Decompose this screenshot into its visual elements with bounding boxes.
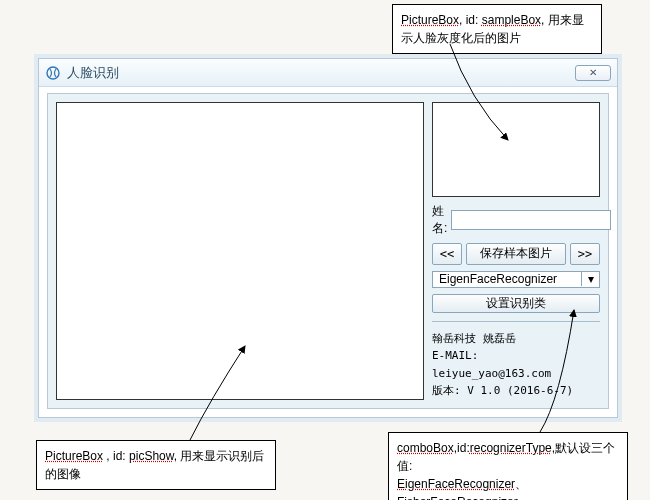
chevron-down-icon: ▾: [581, 272, 599, 286]
app-icon: [45, 65, 61, 81]
callout-picshow: PictureBox , id: picShow, 用来显示识别后的图像: [36, 440, 276, 490]
name-row: 姓名:: [432, 203, 600, 237]
name-input[interactable]: [451, 210, 611, 230]
picshow-picturebox: [56, 102, 424, 400]
callout-combobox: comboBox,id:recognizerType,默认设三个值: Eigen…: [388, 432, 628, 500]
info-email: E-MAIL: leiyue_yao@163.com: [432, 347, 600, 382]
callout-text: PictureBox: [401, 13, 459, 27]
close-button[interactable]: ✕: [575, 65, 611, 81]
set-recognizer-button[interactable]: 设置识别类: [432, 294, 600, 313]
callout-samplebox: PictureBox, id: sampleBox, 用来显示人脸灰度化后的图片: [392, 4, 602, 54]
sample-buttons-row: << 保存样本图片 >>: [432, 243, 600, 265]
close-icon: ✕: [589, 67, 597, 78]
next-sample-button[interactable]: >>: [570, 243, 600, 265]
name-label: 姓名:: [432, 203, 447, 237]
right-panel: 姓名: << 保存样本图片 >> EigenFaceRecognizer ▾ 设…: [432, 102, 600, 400]
app-window: 人脸识别 ✕ 姓名: << 保存样本图片 >> EigenFaceRecogni…: [38, 58, 618, 418]
divider: [432, 321, 600, 322]
info-company: 翰岳科技 姚磊岳: [432, 330, 600, 348]
save-sample-button[interactable]: 保存样本图片: [466, 243, 566, 265]
client-area: 姓名: << 保存样本图片 >> EigenFaceRecognizer ▾ 设…: [47, 93, 609, 409]
titlebar: 人脸识别 ✕: [39, 59, 617, 87]
info-version: 版本: V 1.0 (2016-6-7): [432, 382, 600, 400]
samplebox-picturebox: [432, 102, 600, 197]
svg-point-0: [47, 67, 59, 79]
info-block: 翰岳科技 姚磊岳 E-MAIL: leiyue_yao@163.com 版本: …: [432, 330, 600, 400]
window-title: 人脸识别: [67, 64, 119, 82]
prev-sample-button[interactable]: <<: [432, 243, 462, 265]
combobox-selected-value: EigenFaceRecognizer: [433, 272, 581, 286]
recognizer-type-combobox[interactable]: EigenFaceRecognizer ▾: [432, 271, 600, 288]
